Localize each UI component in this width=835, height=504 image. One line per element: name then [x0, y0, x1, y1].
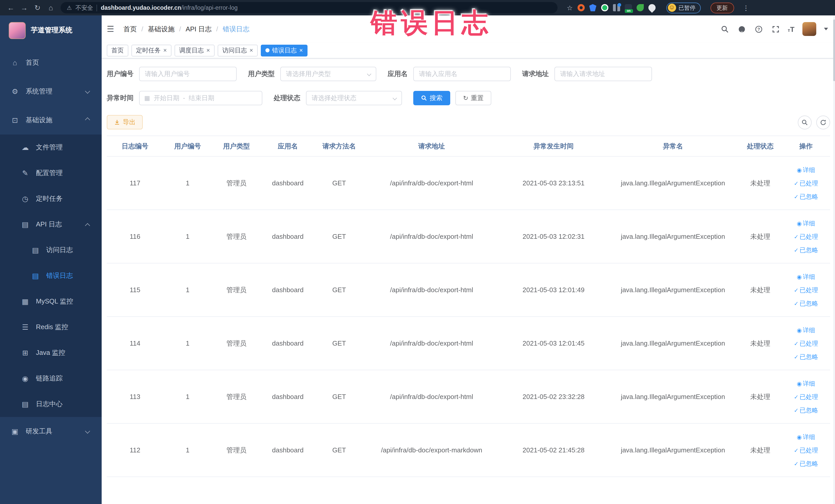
extension-green-icon[interactable]: [601, 4, 608, 11]
extension-shield-icon[interactable]: [589, 4, 596, 11]
ignored-link[interactable]: ✓已忽略: [782, 243, 830, 257]
sidebar-item-访问日志[interactable]: ▤访问日志: [0, 237, 102, 263]
breadcrumb-item[interactable]: 基础设施: [148, 24, 175, 34]
sidebar-item-基础设施[interactable]: ⊡基础设施: [0, 106, 102, 135]
trace-eye-icon: ◉: [21, 374, 30, 383]
sidebar-item-定时任务[interactable]: ◷定时任务: [0, 186, 102, 211]
close-icon[interactable]: ×: [163, 47, 167, 54]
sidebar-item-研发工具[interactable]: ▣研发工具: [0, 417, 102, 446]
processed-link[interactable]: ✓已处理: [782, 443, 830, 457]
sidebar-item-文件管理[interactable]: ☁文件管理: [0, 135, 102, 160]
ignored-link[interactable]: ✓已忽略: [782, 190, 830, 203]
sidebar-item-配置管理[interactable]: ✎配置管理: [0, 160, 102, 186]
user-avatar[interactable]: [802, 22, 816, 36]
app-logo-row[interactable]: 芋道管理系统: [0, 15, 102, 42]
extension-orange-icon[interactable]: [577, 4, 585, 11]
close-icon[interactable]: ×: [299, 47, 303, 54]
fullscreen-icon[interactable]: [771, 24, 780, 34]
tab-access-log[interactable]: 访问日志×: [218, 44, 258, 56]
sidebar-item-日志中心[interactable]: ▤日志中心: [0, 391, 102, 417]
profile-paused-badge[interactable]: ☺ 已暂停: [666, 2, 700, 13]
sidebar-item-Java 监控[interactable]: ⊞Java 监控: [0, 340, 102, 366]
reset-button[interactable]: ↻ 重置: [455, 91, 491, 105]
search-button[interactable]: 搜索: [413, 91, 450, 105]
extension-dark-icon[interactable]: on: [625, 4, 632, 11]
extension-leaf-icon[interactable]: [636, 4, 644, 11]
process-status-select[interactable]: [306, 91, 402, 105]
svg-text:?: ?: [757, 27, 760, 31]
search-icon[interactable]: [720, 24, 729, 34]
detail-link[interactable]: ◉详细: [782, 270, 830, 283]
font-size-icon[interactable]: тT: [788, 25, 794, 33]
sidebar-item-系统管理[interactable]: ⚙系统管理: [0, 77, 102, 106]
sidebar-item-错误日志[interactable]: ▤错误日志: [0, 263, 102, 288]
collapse-sidebar-icon[interactable]: ☰: [107, 24, 114, 34]
github-icon[interactable]: [737, 24, 746, 34]
cell-actions: ◉详细 ✓已处理 ✓已忽略: [782, 370, 830, 423]
ignored-link[interactable]: ✓已忽略: [782, 403, 830, 417]
processed-link[interactable]: ✓已处理: [782, 337, 830, 350]
user-type-select[interactable]: [280, 67, 376, 81]
date-range-picker[interactable]: ▦ 开始日期 - 结束日期: [139, 91, 262, 105]
bookmark-star-icon[interactable]: ☆: [567, 4, 573, 12]
tags-view-bar: 首页 定时任务× 调度日志× 访问日志× 错误日志×: [102, 43, 835, 59]
help-icon[interactable]: ?: [754, 24, 763, 34]
tab-timed-task[interactable]: 定时任务×: [131, 44, 171, 56]
ignored-link[interactable]: ✓已忽略: [782, 457, 830, 470]
cell-status: 未处理: [738, 156, 782, 210]
request-url-input[interactable]: [554, 67, 652, 81]
extensions-puzzle-icon[interactable]: [647, 3, 657, 13]
reload-icon[interactable]: ↻: [32, 4, 43, 12]
user-id-input[interactable]: [139, 67, 237, 81]
processed-link[interactable]: ✓已处理: [782, 283, 830, 297]
breadcrumb-item[interactable]: API 日志: [186, 24, 211, 34]
app-name-input[interactable]: [413, 67, 511, 81]
detail-link[interactable]: ◉详细: [782, 217, 830, 230]
cell-request-url: /api/infra/db-doc/export-markdown: [364, 423, 500, 477]
export-button[interactable]: 导出: [107, 115, 143, 129]
detail-link[interactable]: ◉详细: [782, 430, 830, 443]
sidebar-item-API 日志[interactable]: ▤API 日志: [0, 211, 102, 237]
browser-menu-kebab-icon[interactable]: ⋮: [742, 4, 749, 12]
extension-grid-icon[interactable]: [613, 4, 620, 11]
tab-home[interactable]: 首页: [107, 44, 128, 56]
cell-actions: ◉详细 ✓已处理 ✓已忽略: [782, 317, 830, 370]
cell-user-id: 1: [163, 423, 212, 477]
close-icon[interactable]: ×: [249, 47, 253, 54]
home-icon: ⌂: [10, 59, 20, 67]
eye-icon: ◉: [797, 434, 802, 440]
col-actions: 操作: [782, 136, 830, 156]
cell-user-type: 管理员: [212, 370, 261, 423]
close-icon[interactable]: ×: [206, 47, 210, 54]
profile-emoji-avatar: ☺: [668, 4, 676, 12]
chrome-update-button[interactable]: 更新: [710, 2, 734, 13]
home-icon[interactable]: ⌂: [45, 4, 57, 12]
chevron-down-icon: [85, 88, 90, 94]
detail-link[interactable]: ◉详细: [782, 163, 830, 176]
tab-error-log[interactable]: 错误日志×: [261, 44, 307, 56]
forward-icon[interactable]: →: [19, 4, 30, 12]
check-icon: ✓: [794, 407, 798, 413]
tab-schedule-log[interactable]: 调度日志×: [175, 44, 215, 56]
detail-link[interactable]: ◉详细: [782, 323, 830, 337]
history-icon: ◷: [21, 195, 30, 203]
page-scrollbar[interactable]: [833, 15, 835, 504]
scrollbar-thumb[interactable]: [833, 20, 835, 81]
processed-link[interactable]: ✓已处理: [782, 176, 830, 190]
detail-link[interactable]: ◉详细: [782, 377, 830, 390]
ignored-link[interactable]: ✓已忽略: [782, 297, 830, 310]
active-dot: [265, 48, 269, 53]
cell-app-name: dashboard: [261, 370, 315, 423]
sidebar-item-Redis 监控[interactable]: ☰Redis 监控: [0, 314, 102, 340]
chevron-down-icon[interactable]: [824, 28, 828, 30]
sidebar-item-链路追踪[interactable]: ◉链路追踪: [0, 366, 102, 391]
back-icon[interactable]: ←: [5, 4, 16, 12]
breadcrumb-item[interactable]: 首页: [123, 24, 137, 34]
ignored-link[interactable]: ✓已忽略: [782, 350, 830, 363]
refresh-table-button[interactable]: [816, 115, 830, 129]
sidebar-item-MySQL 监控[interactable]: ▦MySQL 监控: [0, 288, 102, 314]
processed-link[interactable]: ✓已处理: [782, 230, 830, 243]
processed-link[interactable]: ✓已处理: [782, 390, 830, 403]
hide-search-button[interactable]: [797, 115, 811, 129]
sidebar-item-首页[interactable]: ⌂首页: [0, 48, 102, 77]
